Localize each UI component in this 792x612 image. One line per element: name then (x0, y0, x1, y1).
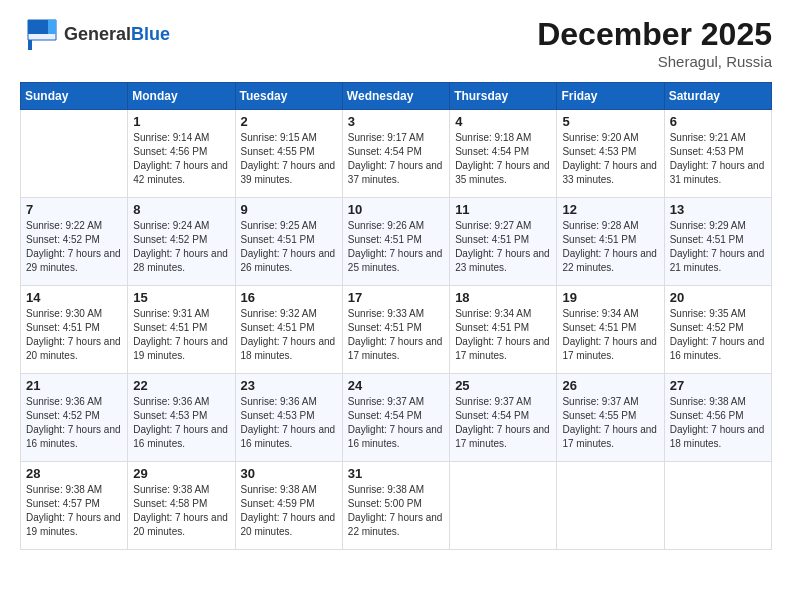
svg-marker-2 (48, 20, 56, 34)
day-cell: 31Sunrise: 9:38 AMSunset: 5:00 PMDayligh… (342, 462, 449, 550)
day-info: Sunrise: 9:36 AMSunset: 4:52 PMDaylight:… (26, 395, 122, 451)
day-cell (450, 462, 557, 550)
sunrise-text: Sunrise: 9:36 AM (26, 395, 122, 409)
daylight-text: Daylight: 7 hours and 17 minutes. (562, 423, 658, 451)
daylight-text: Daylight: 7 hours and 16 minutes. (348, 423, 444, 451)
sunrise-text: Sunrise: 9:34 AM (562, 307, 658, 321)
sunrise-text: Sunrise: 9:21 AM (670, 131, 766, 145)
day-number: 16 (241, 290, 337, 305)
calendar-table: SundayMondayTuesdayWednesdayThursdayFrid… (20, 82, 772, 550)
day-number: 25 (455, 378, 551, 393)
weekday-header-wednesday: Wednesday (342, 83, 449, 110)
sunset-text: Sunset: 4:56 PM (670, 409, 766, 423)
day-cell: 14Sunrise: 9:30 AMSunset: 4:51 PMDayligh… (21, 286, 128, 374)
daylight-text: Daylight: 7 hours and 31 minutes. (670, 159, 766, 187)
day-cell: 9Sunrise: 9:25 AMSunset: 4:51 PMDaylight… (235, 198, 342, 286)
day-cell: 25Sunrise: 9:37 AMSunset: 4:54 PMDayligh… (450, 374, 557, 462)
sunset-text: Sunset: 4:54 PM (455, 145, 551, 159)
day-number: 29 (133, 466, 229, 481)
day-cell: 1Sunrise: 9:14 AMSunset: 4:56 PMDaylight… (128, 110, 235, 198)
sunrise-text: Sunrise: 9:15 AM (241, 131, 337, 145)
sunset-text: Sunset: 5:00 PM (348, 497, 444, 511)
day-info: Sunrise: 9:31 AMSunset: 4:51 PMDaylight:… (133, 307, 229, 363)
day-number: 11 (455, 202, 551, 217)
day-number: 4 (455, 114, 551, 129)
sunrise-text: Sunrise: 9:14 AM (133, 131, 229, 145)
sunset-text: Sunset: 4:51 PM (562, 321, 658, 335)
sunrise-text: Sunrise: 9:38 AM (348, 483, 444, 497)
sunset-text: Sunset: 4:55 PM (562, 409, 658, 423)
day-cell (664, 462, 771, 550)
day-cell: 13Sunrise: 9:29 AMSunset: 4:51 PMDayligh… (664, 198, 771, 286)
day-cell: 30Sunrise: 9:38 AMSunset: 4:59 PMDayligh… (235, 462, 342, 550)
weekday-header-tuesday: Tuesday (235, 83, 342, 110)
day-cell: 15Sunrise: 9:31 AMSunset: 4:51 PMDayligh… (128, 286, 235, 374)
daylight-text: Daylight: 7 hours and 16 minutes. (241, 423, 337, 451)
daylight-text: Daylight: 7 hours and 16 minutes. (133, 423, 229, 451)
weekday-header-thursday: Thursday (450, 83, 557, 110)
sunset-text: Sunset: 4:54 PM (348, 409, 444, 423)
day-cell: 19Sunrise: 9:34 AMSunset: 4:51 PMDayligh… (557, 286, 664, 374)
day-cell: 3Sunrise: 9:17 AMSunset: 4:54 PMDaylight… (342, 110, 449, 198)
day-cell (21, 110, 128, 198)
sunset-text: Sunset: 4:52 PM (670, 321, 766, 335)
logo-text-block: GeneralBlue (64, 25, 170, 45)
daylight-text: Daylight: 7 hours and 18 minutes. (241, 335, 337, 363)
sunrise-text: Sunrise: 9:37 AM (348, 395, 444, 409)
logo: GeneralBlue (20, 16, 170, 54)
sunrise-text: Sunrise: 9:24 AM (133, 219, 229, 233)
sunset-text: Sunset: 4:51 PM (670, 233, 766, 247)
day-info: Sunrise: 9:20 AMSunset: 4:53 PMDaylight:… (562, 131, 658, 187)
sunrise-text: Sunrise: 9:38 AM (26, 483, 122, 497)
day-number: 13 (670, 202, 766, 217)
logo-blue: Blue (131, 24, 170, 44)
day-number: 1 (133, 114, 229, 129)
sunset-text: Sunset: 4:51 PM (348, 233, 444, 247)
day-cell: 11Sunrise: 9:27 AMSunset: 4:51 PMDayligh… (450, 198, 557, 286)
day-cell: 22Sunrise: 9:36 AMSunset: 4:53 PMDayligh… (128, 374, 235, 462)
day-info: Sunrise: 9:26 AMSunset: 4:51 PMDaylight:… (348, 219, 444, 275)
day-info: Sunrise: 9:17 AMSunset: 4:54 PMDaylight:… (348, 131, 444, 187)
sunrise-text: Sunrise: 9:20 AM (562, 131, 658, 145)
daylight-text: Daylight: 7 hours and 16 minutes. (670, 335, 766, 363)
daylight-text: Daylight: 7 hours and 17 minutes. (562, 335, 658, 363)
sunset-text: Sunset: 4:53 PM (562, 145, 658, 159)
day-cell: 21Sunrise: 9:36 AMSunset: 4:52 PMDayligh… (21, 374, 128, 462)
day-info: Sunrise: 9:14 AMSunset: 4:56 PMDaylight:… (133, 131, 229, 187)
sunrise-text: Sunrise: 9:22 AM (26, 219, 122, 233)
day-info: Sunrise: 9:35 AMSunset: 4:52 PMDaylight:… (670, 307, 766, 363)
sunset-text: Sunset: 4:51 PM (348, 321, 444, 335)
daylight-text: Daylight: 7 hours and 42 minutes. (133, 159, 229, 187)
sunrise-text: Sunrise: 9:29 AM (670, 219, 766, 233)
day-number: 3 (348, 114, 444, 129)
daylight-text: Daylight: 7 hours and 19 minutes. (133, 335, 229, 363)
sunset-text: Sunset: 4:51 PM (26, 321, 122, 335)
sunrise-text: Sunrise: 9:36 AM (133, 395, 229, 409)
day-number: 6 (670, 114, 766, 129)
day-info: Sunrise: 9:38 AMSunset: 4:57 PMDaylight:… (26, 483, 122, 539)
daylight-text: Daylight: 7 hours and 22 minutes. (348, 511, 444, 539)
day-info: Sunrise: 9:18 AMSunset: 4:54 PMDaylight:… (455, 131, 551, 187)
day-cell: 24Sunrise: 9:37 AMSunset: 4:54 PMDayligh… (342, 374, 449, 462)
day-info: Sunrise: 9:32 AMSunset: 4:51 PMDaylight:… (241, 307, 337, 363)
day-cell: 7Sunrise: 9:22 AMSunset: 4:52 PMDaylight… (21, 198, 128, 286)
day-info: Sunrise: 9:28 AMSunset: 4:51 PMDaylight:… (562, 219, 658, 275)
day-number: 19 (562, 290, 658, 305)
weekday-header-sunday: Sunday (21, 83, 128, 110)
sunrise-text: Sunrise: 9:18 AM (455, 131, 551, 145)
day-number: 8 (133, 202, 229, 217)
sunrise-text: Sunrise: 9:38 AM (241, 483, 337, 497)
sunset-text: Sunset: 4:51 PM (241, 321, 337, 335)
day-number: 20 (670, 290, 766, 305)
day-number: 31 (348, 466, 444, 481)
day-number: 9 (241, 202, 337, 217)
sunrise-text: Sunrise: 9:32 AM (241, 307, 337, 321)
day-info: Sunrise: 9:15 AMSunset: 4:55 PMDaylight:… (241, 131, 337, 187)
day-info: Sunrise: 9:29 AMSunset: 4:51 PMDaylight:… (670, 219, 766, 275)
daylight-text: Daylight: 7 hours and 28 minutes. (133, 247, 229, 275)
day-info: Sunrise: 9:22 AMSunset: 4:52 PMDaylight:… (26, 219, 122, 275)
day-cell: 4Sunrise: 9:18 AMSunset: 4:54 PMDaylight… (450, 110, 557, 198)
week-row-3: 14Sunrise: 9:30 AMSunset: 4:51 PMDayligh… (21, 286, 772, 374)
location: Sheragul, Russia (537, 53, 772, 70)
day-cell: 17Sunrise: 9:33 AMSunset: 4:51 PMDayligh… (342, 286, 449, 374)
